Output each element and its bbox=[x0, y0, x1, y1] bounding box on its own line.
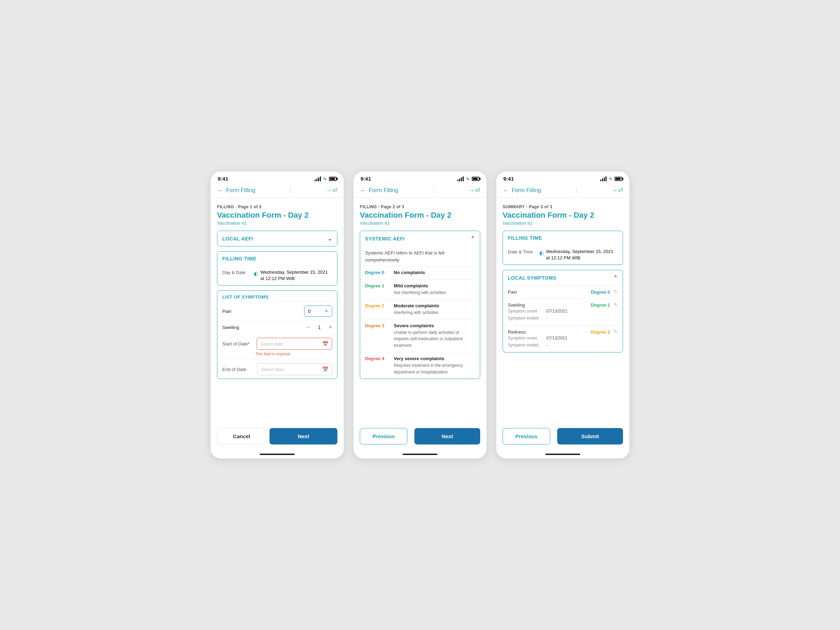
swelling-decrement[interactable]: − bbox=[306, 324, 311, 330]
summary-date-row: Date & Time ◐ Wednesday, September 15, 2… bbox=[503, 245, 623, 265]
nav-title-2: Form Filling bbox=[369, 187, 398, 194]
degree-4-desc: Requires treatment in the emergency depa… bbox=[394, 363, 463, 374]
pain-counter[interactable]: 0 + bbox=[304, 306, 332, 317]
degree-2-title: Moderate complaints bbox=[394, 303, 439, 308]
summary-datetime: Wednesday, September 15, 2021 at 12:12 P… bbox=[546, 248, 618, 261]
systemic-aefi-section: SYSTEMIC AEFI ⌃ Systemic AEFI refers to … bbox=[360, 231, 480, 379]
battery-icon-2 bbox=[472, 177, 480, 181]
next-button-2[interactable]: Next bbox=[414, 428, 480, 445]
degree-4-title: Very severe complaints bbox=[394, 356, 475, 361]
nav-back-2[interactable]: ← Form Filling bbox=[360, 187, 398, 194]
swelling-increment[interactable]: + bbox=[328, 324, 332, 330]
summary-pain-edit[interactable]: ✎ bbox=[614, 289, 618, 295]
summary-redness-row: Redness Degree 2 ✎ bbox=[508, 329, 618, 335]
local-symptoms-header[interactable]: LOCAL SYMPTOMS ⌃ bbox=[503, 270, 623, 285]
pain-label: Pain bbox=[222, 309, 301, 314]
summary-redness-item: Redness Degree 2 ✎ Symptom onset 07/13/2… bbox=[503, 325, 623, 352]
home-indicator-1 bbox=[211, 452, 344, 458]
summary-swelling-row: Swelling Degree 1 ✎ bbox=[508, 302, 618, 308]
prev-button-3[interactable]: Previous bbox=[503, 428, 550, 445]
degree-2-badge: Degree 2 bbox=[365, 303, 390, 308]
local-aefi-header[interactable]: LOCAL AEFI ⌄ bbox=[217, 231, 337, 246]
content-2: FILLING - Page 2 of 3 Vaccination Form -… bbox=[354, 198, 486, 423]
local-aefi-title: LOCAL AEFI bbox=[222, 236, 253, 242]
form-subtitle-3: Vaccination #1 bbox=[503, 221, 623, 226]
symptoms-section: LIST OF SYMPTOMS Pain 0 + Swelling − 1 + bbox=[217, 291, 337, 379]
back-arrow-icon-3: ← bbox=[503, 187, 509, 194]
date-value: Wednesday, September 15, 2021 at 12:12 P… bbox=[261, 269, 332, 282]
status-bar-3: 9:41 ∿ bbox=[496, 172, 629, 184]
status-time-1: 9:41 bbox=[218, 176, 228, 182]
summary-swelling-item: Swelling Degree 1 ✎ Symptom onset 07/13/… bbox=[503, 298, 623, 325]
nav-export-icon-2[interactable]: →⏎ bbox=[469, 186, 480, 194]
redness-onset-row: Symptom onset 07/13/2021 bbox=[508, 335, 618, 342]
nav-export-icon-3[interactable]: →⏎ bbox=[611, 186, 623, 194]
nav-bar-3: ← Form Filling →⏎ bbox=[496, 184, 629, 198]
prev-button-2[interactable]: Previous bbox=[360, 428, 407, 445]
degree-0-badge: Degree 0 bbox=[365, 270, 390, 275]
status-icons-2: ∿ bbox=[458, 176, 480, 181]
start-date-inner: Start of Date* Select date 📅 bbox=[222, 338, 332, 350]
start-date-row: Start of Date* Select date 📅 This field … bbox=[217, 334, 337, 360]
summary-swelling-degree: Degree 1 bbox=[591, 302, 610, 308]
swelling-onset-label: Symptom onset bbox=[508, 309, 546, 314]
degree-0-row: Degree 0 No complaints bbox=[360, 266, 480, 279]
systemic-aefi-header[interactable]: SYSTEMIC AEFI ⌃ bbox=[360, 231, 480, 246]
nav-back-1[interactable]: ← Form Filling bbox=[217, 187, 256, 194]
swelling-onset-row: Symptom onset 07/13/2021 bbox=[508, 308, 618, 315]
submit-button[interactable]: Submit bbox=[557, 428, 623, 445]
screen-3: 9:41 ∿ ← Form Filling →⏎ SUMMARY - Page … bbox=[496, 172, 629, 458]
start-date-input[interactable]: Select date 📅 bbox=[257, 338, 332, 350]
swelling-label: Swelling bbox=[222, 325, 303, 330]
status-icons-3: ∿ bbox=[600, 176, 622, 181]
summary-pain-degree: Degree 0 bbox=[591, 289, 610, 295]
start-date-error: This field is required bbox=[222, 352, 290, 356]
systemic-aefi-title: SYSTEMIC AEFI bbox=[365, 236, 404, 242]
pain-row: Pain 0 + bbox=[217, 302, 337, 320]
screen-1: 9:41 ∿ ← Form Filling →⏎ FILLING - Page … bbox=[211, 172, 344, 458]
redness-onset-label: Symptom onset bbox=[508, 336, 546, 341]
pain-increment[interactable]: + bbox=[324, 308, 328, 314]
summary-redness-edit[interactable]: ✎ bbox=[614, 329, 618, 335]
swelling-onset-value: 07/13/2021 bbox=[546, 309, 567, 314]
date-time-row: Day & Date ◐ Wednesday, September 15, 20… bbox=[217, 266, 337, 285]
summary-swelling-edit[interactable]: ✎ bbox=[614, 302, 618, 308]
screen-2: 9:41 ∿ ← Form Filling →⏎ FILLING - Page … bbox=[354, 172, 486, 458]
degree-0-text: No complaints bbox=[394, 270, 425, 276]
form-title-2: Vaccination Form - Day 2 bbox=[360, 211, 480, 220]
nav-bar-1: ← Form Filling →⏎ bbox=[211, 184, 344, 198]
pain-value: 0 bbox=[308, 308, 311, 314]
summary-clock-icon: ◐ bbox=[539, 249, 544, 257]
summary-swelling-name: Swelling bbox=[508, 302, 525, 308]
next-button-1[interactable]: Next bbox=[270, 428, 337, 445]
content-1: FILLING - Page 1 of 3 Vaccination Form -… bbox=[211, 198, 344, 423]
summary-pain-name: Pain bbox=[508, 289, 517, 295]
wifi-icon-2: ∿ bbox=[466, 176, 470, 181]
filling-time-summary-title: FILLING TIME bbox=[508, 235, 542, 241]
home-bar-3 bbox=[545, 453, 580, 455]
degree-2-desc: Interfering with activities bbox=[394, 310, 439, 315]
swelling-ended-label: Symptom ended bbox=[508, 316, 546, 321]
nav-back-3[interactable]: ← Form Filling bbox=[503, 187, 541, 194]
battery-icon-1 bbox=[329, 177, 337, 181]
nav-export-icon-1[interactable]: →⏎ bbox=[326, 186, 337, 194]
end-date-input[interactable]: Select date 📅 bbox=[257, 363, 332, 375]
degree-4-text: Very severe complaints Requires treatmen… bbox=[394, 356, 475, 375]
swelling-counter: − 1 + bbox=[306, 324, 332, 330]
nav-divider-1 bbox=[291, 187, 291, 194]
degree-1-title: Mild complaints bbox=[394, 283, 446, 288]
end-date-label: End of Date bbox=[222, 367, 254, 372]
content-3: SUMMARY - Page 3 of 3 Vaccination Form -… bbox=[496, 198, 629, 423]
degree-1-badge: Degree 1 bbox=[365, 283, 390, 288]
nav-divider-3 bbox=[576, 187, 576, 194]
status-icons-1: ∿ bbox=[315, 176, 337, 181]
systemic-aefi-chevron: ⌃ bbox=[471, 235, 475, 242]
local-symptoms-chevron: ⌃ bbox=[613, 275, 618, 281]
degree-1-text: Mild complaints Not interfering with act… bbox=[394, 283, 446, 296]
end-calendar-icon: 📅 bbox=[322, 366, 328, 372]
cancel-button[interactable]: Cancel bbox=[217, 428, 266, 445]
swelling-ended-value: - bbox=[546, 316, 548, 321]
page-label-2: FILLING - Page 2 of 3 bbox=[360, 204, 480, 209]
nav-title-3: Form Filling bbox=[512, 187, 541, 194]
symptoms-title: LIST OF SYMPTOMS bbox=[217, 291, 337, 302]
